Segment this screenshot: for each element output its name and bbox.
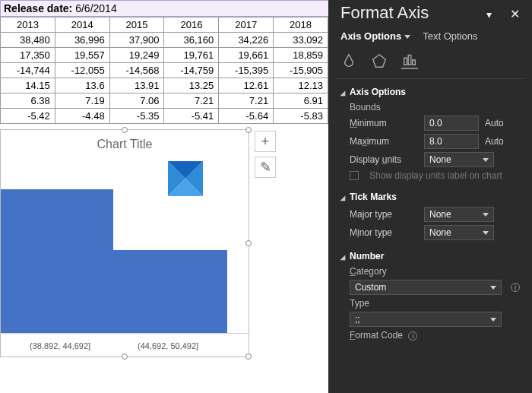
bar bbox=[1, 189, 113, 334]
chevron-down-icon bbox=[404, 35, 410, 39]
auto-button[interactable]: Auto bbox=[485, 136, 504, 147]
cell[interactable]: -15,395 bbox=[219, 63, 274, 78]
col-header[interactable]: 2013 bbox=[1, 17, 55, 33]
auto-button[interactable]: Auto bbox=[485, 118, 504, 128]
chart-elements-button[interactable]: + bbox=[255, 131, 276, 152]
cell[interactable]: 7.06 bbox=[109, 93, 164, 109]
spreadsheet-area: Release date: 6/6/2014 2013 2014 2015 20… bbox=[0, 0, 328, 393]
info-icon[interactable]: i bbox=[408, 331, 417, 341]
pane-title: Format Axis bbox=[340, 3, 429, 23]
task-pane-options-icon[interactable]: ▾ bbox=[486, 8, 492, 21]
cell[interactable]: 37,900 bbox=[109, 33, 164, 48]
axis-options-icon[interactable] bbox=[401, 52, 418, 69]
release-cell: Release date: 6/6/2014 bbox=[0, 0, 328, 17]
svg-rect-7 bbox=[413, 60, 416, 65]
cell[interactable]: 36,996 bbox=[55, 33, 109, 48]
chevron-down-icon bbox=[483, 231, 489, 235]
minor-type-label: Minor type bbox=[350, 227, 418, 238]
maximum-input[interactable] bbox=[424, 134, 479, 149]
svg-marker-4 bbox=[373, 55, 386, 68]
cell[interactable]: 19,557 bbox=[55, 48, 109, 63]
cell[interactable]: 36,160 bbox=[164, 33, 219, 48]
axis-line bbox=[1, 333, 249, 334]
section-number[interactable]: Number bbox=[340, 251, 520, 261]
cell[interactable]: 7.21 bbox=[164, 93, 219, 109]
col-header[interactable]: 2017 bbox=[219, 17, 274, 33]
tab-text-options[interactable]: Text Options bbox=[423, 30, 477, 42]
cell[interactable]: 13.6 bbox=[55, 78, 109, 93]
chevron-down-icon bbox=[483, 213, 489, 217]
svg-rect-5 bbox=[404, 58, 407, 65]
section-tick-marks[interactable]: Tick Marks bbox=[340, 192, 520, 202]
cell[interactable]: -5.35 bbox=[109, 109, 164, 124]
cell[interactable]: 33,092 bbox=[274, 33, 328, 48]
cell[interactable]: -5.42 bbox=[1, 109, 55, 124]
cell[interactable]: -4.48 bbox=[55, 109, 109, 124]
chart-title[interactable]: Chart Title bbox=[1, 130, 249, 156]
brush-icon: ✎ bbox=[260, 159, 271, 176]
svg-rect-6 bbox=[408, 55, 411, 65]
resize-handle[interactable] bbox=[245, 127, 252, 133]
category-select[interactable]: Custom bbox=[350, 280, 502, 295]
info-icon[interactable]: i bbox=[511, 283, 520, 292]
resize-handle[interactable] bbox=[122, 127, 128, 133]
cell[interactable]: 6.38 bbox=[1, 93, 55, 109]
col-header[interactable]: 2015 bbox=[109, 17, 164, 33]
show-units-checkbox bbox=[350, 171, 359, 180]
divider bbox=[336, 78, 524, 79]
maximum-label: Maximum bbox=[350, 136, 418, 147]
fill-line-icon[interactable] bbox=[340, 52, 357, 69]
type-label: Type bbox=[350, 298, 520, 309]
col-header[interactable]: 2016 bbox=[164, 17, 219, 33]
chart-styles-button[interactable]: ✎ bbox=[255, 157, 276, 178]
cell[interactable]: -5.64 bbox=[219, 109, 274, 124]
close-icon[interactable]: ✕ bbox=[510, 8, 520, 21]
cell[interactable]: -12,055 bbox=[55, 63, 109, 78]
cell[interactable]: 13.25 bbox=[164, 78, 219, 93]
cell[interactable]: -14,568 bbox=[109, 63, 164, 78]
chart-side-buttons: + ✎ bbox=[255, 131, 276, 182]
chevron-down-icon bbox=[483, 158, 489, 162]
plus-icon: + bbox=[261, 134, 270, 150]
col-header[interactable]: 2018 bbox=[274, 17, 328, 33]
display-units-select[interactable]: None bbox=[424, 152, 494, 167]
resize-handle[interactable] bbox=[122, 353, 128, 360]
cell[interactable]: -5.83 bbox=[274, 109, 328, 124]
cell[interactable]: 19,761 bbox=[164, 48, 219, 63]
cell[interactable]: 18,859 bbox=[274, 48, 328, 63]
cell[interactable]: 19,249 bbox=[109, 48, 164, 63]
effects-icon[interactable] bbox=[371, 52, 388, 69]
plot-area[interactable] bbox=[1, 182, 249, 334]
col-header[interactable]: 2014 bbox=[55, 17, 109, 33]
cell[interactable]: 34,226 bbox=[219, 33, 274, 48]
show-units-label: Show display units label on chart bbox=[369, 170, 502, 181]
cell[interactable]: 38,480 bbox=[1, 33, 55, 48]
cell[interactable]: 13.91 bbox=[109, 78, 164, 93]
cell[interactable]: 6.91 bbox=[274, 93, 328, 109]
release-label: Release date: bbox=[4, 2, 72, 14]
cell[interactable]: 7.21 bbox=[219, 93, 274, 109]
format-axis-pane: Format Axis ▾ ✕ Axis Options Text Option… bbox=[328, 0, 532, 393]
minimum-input[interactable] bbox=[424, 116, 479, 131]
tab-axis-options[interactable]: Axis Options bbox=[340, 30, 410, 42]
cell[interactable]: -14,744 bbox=[1, 63, 55, 78]
major-type-select[interactable]: None bbox=[424, 207, 494, 222]
cell[interactable]: 12.13 bbox=[274, 78, 328, 93]
release-value: 6/6/2014 bbox=[75, 2, 117, 14]
chart-object[interactable]: Chart Title (38,892, 44,692] (44,692, 50… bbox=[0, 129, 249, 357]
cell[interactable]: -14,759 bbox=[164, 63, 219, 78]
cell[interactable]: 17,350 bbox=[1, 48, 55, 63]
chevron-down-icon bbox=[490, 286, 496, 290]
cell[interactable]: -5.41 bbox=[164, 109, 219, 124]
type-select[interactable]: ;; bbox=[350, 312, 502, 327]
resize-handle[interactable] bbox=[245, 353, 252, 360]
bar bbox=[113, 250, 227, 334]
cell[interactable]: 12.61 bbox=[219, 78, 274, 93]
cell[interactable]: 7.19 bbox=[55, 93, 109, 109]
minor-type-select[interactable]: None bbox=[424, 225, 494, 240]
cell[interactable]: 19,661 bbox=[219, 48, 274, 63]
cell[interactable]: -15,905 bbox=[274, 63, 328, 78]
watermark-icon bbox=[168, 161, 203, 196]
section-axis-options[interactable]: Axis Options bbox=[340, 87, 520, 97]
cell[interactable]: 14.15 bbox=[1, 78, 55, 93]
